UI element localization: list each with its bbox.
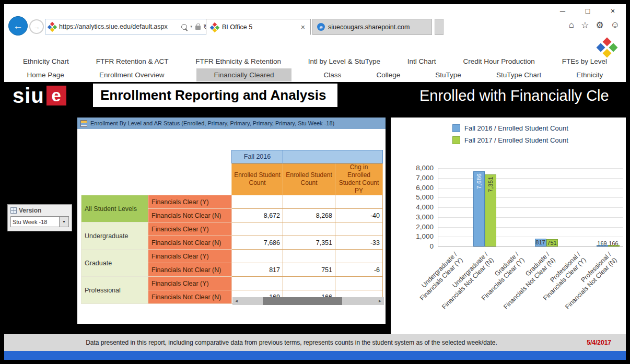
data-cell[interactable] [335, 250, 383, 263]
row-status-header[interactable]: Financials Clear (Y) [148, 195, 232, 209]
gridline [438, 207, 623, 208]
row-status-header[interactable]: Financials Clear (Y) [148, 277, 232, 290]
row-status-header[interactable]: Financials Clear (Y) [148, 250, 232, 263]
new-tab-stub[interactable] [435, 19, 444, 35]
nav-tab-ftes-by-level[interactable]: FTEs by Level [559, 55, 610, 68]
y-axis-tick: 7,000 [391, 174, 434, 182]
close-button[interactable]: × [608, 5, 617, 17]
row-status-header[interactable]: Financials Not Clear (N) [148, 209, 232, 222]
y-axis-tick: 8,000 [391, 164, 434, 172]
data-cell[interactable]: 817 [232, 263, 283, 277]
chart-bar[interactable]: 7,686 [473, 171, 485, 246]
url-text[interactable]: https://analytics.siue.edu/default.aspx [59, 23, 179, 30]
settings-gear-icon[interactable]: ⚙ [596, 20, 603, 31]
tab-close-icon[interactable]: × [300, 23, 306, 31]
nav-tab-intl-by-level-stutype[interactable]: Intl by Level & StuType [305, 55, 383, 68]
measure-header[interactable]: Enrolled Student Count [283, 163, 335, 195]
search-icon[interactable] [181, 24, 187, 30]
bar-value-label: 7,686 [476, 173, 482, 189]
row-group-header[interactable]: Graduate [81, 250, 148, 277]
nav-tab-credit-hour-production[interactable]: Credit Hour Production [460, 55, 538, 68]
data-cell[interactable]: -33 [335, 236, 383, 250]
measure-header[interactable]: Chg in Enrolled Student Count PY [335, 163, 383, 195]
period-header[interactable] [283, 150, 383, 163]
siue-logo-text: siu [13, 85, 44, 106]
data-cell[interactable] [283, 277, 335, 290]
data-cell[interactable] [335, 195, 383, 209]
tab-label: siuecougars.sharepoint.com [328, 24, 427, 31]
data-cell[interactable] [335, 277, 383, 290]
nav-tab-financially-cleared[interactable]: Financially Cleared [196, 68, 292, 81]
measure-header[interactable]: Enrolled Student Count [232, 163, 283, 195]
search-dropdown-caret-icon[interactable]: ▼ [190, 25, 193, 28]
horizontal-scrollbar[interactable]: ◄ ► [232, 297, 384, 305]
bioffice-logo [597, 39, 617, 56]
data-cell[interactable]: -6 [335, 263, 383, 277]
legend-swatch-icon [452, 124, 460, 132]
nav-tab-stutype-chart[interactable]: StuType Chart [493, 68, 544, 81]
data-cell[interactable] [232, 195, 283, 209]
x-axis-label: Professional /Financials Not Clear (N) [544, 251, 618, 324]
bar-value-label: 751 [547, 240, 556, 246]
nav-tab-stutype[interactable]: StuType [432, 68, 464, 81]
scrollbar-track[interactable] [240, 297, 376, 305]
nav-tab-ftfr-retention-act[interactable]: FTFR Retention & ACT [93, 55, 172, 68]
data-cell[interactable] [335, 222, 383, 236]
legend-item: Fall 2017 / Enrolled Student Count [452, 136, 568, 144]
version-header: Version [10, 207, 69, 214]
feedback-smiley-icon[interactable]: ☺ [611, 20, 620, 31]
nav-tab-class[interactable]: Class [321, 68, 345, 81]
sharepoint-favicon: e [317, 23, 325, 31]
scrollbar-thumb[interactable] [263, 297, 342, 305]
data-cell[interactable] [283, 222, 335, 236]
data-cell[interactable] [232, 250, 283, 263]
x-axis-label: Undergraduate /Financials Not Clear (N) [421, 251, 495, 324]
row-status-header[interactable]: Financials Clear (Y) [148, 222, 232, 236]
nav-tab-ethnicity-chart[interactable]: Ethnicity Chart [20, 55, 72, 68]
data-cell[interactable] [232, 222, 283, 236]
minimize-button[interactable]: ─ [558, 5, 567, 17]
legend-swatch-icon [452, 136, 460, 144]
version-caret-icon[interactable]: ▼ [59, 217, 68, 227]
period-header[interactable]: Fall 2016 [232, 150, 283, 163]
scroll-left-icon[interactable]: ◄ [232, 297, 240, 305]
report-nav: Ethnicity ChartFTFR Retention & ACTFTFR … [4, 36, 626, 82]
nav-row-1: Ethnicity ChartFTFR Retention & ACTFTFR … [4, 55, 626, 68]
chart-bar[interactable]: 7,351 [485, 174, 496, 246]
home-icon[interactable]: ⌂ [569, 20, 574, 31]
back-button[interactable]: ← [8, 16, 28, 36]
data-cell[interactable] [283, 250, 335, 263]
forward-button[interactable]: → [29, 19, 44, 34]
data-cell[interactable]: 751 [283, 263, 335, 277]
browser-tab[interactable]: BI Office 5× [206, 19, 311, 35]
maximize-button[interactable]: □ [583, 5, 592, 17]
address-bar[interactable]: https://analytics.siue.edu/default.aspx … [45, 19, 212, 34]
data-cell[interactable]: 7,686 [232, 236, 283, 250]
nav-tab-ethnicity[interactable]: Ethnicity [573, 68, 606, 81]
browser-tab[interactable]: esiuecougars.sharepoint.com [312, 19, 432, 35]
nav-tab-intl-chart[interactable]: Intl Chart [404, 55, 439, 68]
row-group-header[interactable]: Undergraduate [81, 222, 148, 250]
scroll-right-icon[interactable]: ► [376, 297, 384, 305]
gridline [438, 188, 623, 189]
row-status-header[interactable]: Financials Not Clear (N) [148, 263, 232, 277]
version-dropdown[interactable]: Stu Week -18 ▼ [10, 216, 69, 227]
row-status-header[interactable]: Financials Not Clear (N) [148, 236, 232, 250]
data-cell[interactable]: 7,351 [283, 236, 335, 250]
row-status-header[interactable]: Financials Not Clear (N) [148, 290, 232, 304]
data-cell[interactable] [232, 277, 283, 290]
data-cell[interactable]: -40 [335, 209, 383, 222]
favorites-star-icon[interactable]: ☆ [581, 20, 589, 31]
row-group-header[interactable]: All Student Levels [81, 195, 148, 222]
gridline [438, 227, 623, 228]
data-cell[interactable]: 8,268 [283, 209, 335, 222]
y-axis-tick: 2,000 [391, 223, 434, 231]
nav-tab-ftfr-ethnicity-retention[interactable]: FTFR Ethnicity & Retention [192, 55, 284, 68]
data-cell[interactable] [283, 195, 335, 209]
nav-tab-college[interactable]: College [373, 68, 403, 81]
row-group-header[interactable]: Professional [81, 277, 148, 304]
version-grid-icon [10, 207, 17, 214]
nav-tab-home-page[interactable]: Home Page [24, 68, 67, 81]
data-cell[interactable]: 8,672 [232, 209, 283, 222]
nav-tab-enrollment-overview[interactable]: Enrollment Overview [96, 68, 168, 81]
